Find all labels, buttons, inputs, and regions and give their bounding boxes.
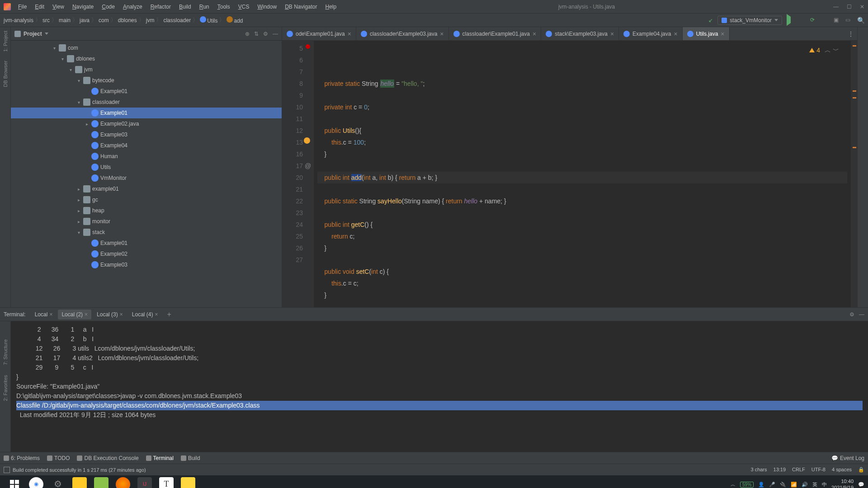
code-line[interactable]: } bbox=[317, 242, 847, 254]
debug-button[interactable] bbox=[798, 17, 806, 24]
breadcrumb-item[interactable]: java bbox=[80, 17, 90, 23]
tree-item-stack[interactable]: ▾stack bbox=[11, 227, 282, 238]
tray-clock[interactable]: 10:40 2021/9/19 bbox=[831, 478, 854, 488]
tree-arrow-icon[interactable]: ▾ bbox=[52, 46, 57, 51]
tree-item-example03[interactable]: Example03 bbox=[11, 259, 282, 270]
taskbar-settings-icon[interactable]: ⚙ bbox=[51, 477, 65, 488]
tree-item-example03[interactable]: Example03 bbox=[11, 129, 282, 140]
project-panel-title[interactable]: Project bbox=[24, 31, 42, 37]
tab-close-icon[interactable]: × bbox=[674, 30, 677, 38]
tabs-overflow-icon[interactable]: ⋮ bbox=[844, 31, 857, 37]
tool-db-execution-console[interactable]: DB Execution Console bbox=[77, 455, 138, 461]
taskbar-intellij-icon[interactable]: IJ bbox=[137, 477, 152, 488]
menu-help[interactable]: Help bbox=[322, 2, 340, 12]
tree-item-jvm[interactable]: ▾jvm bbox=[11, 64, 282, 75]
code-line[interactable]: return c; bbox=[317, 230, 847, 242]
maximize-icon[interactable]: ☐ bbox=[847, 4, 852, 10]
breadcrumb-item[interactable]: main bbox=[59, 17, 71, 23]
run-button[interactable] bbox=[787, 17, 794, 24]
tree-item-com[interactable]: ▾com bbox=[11, 42, 282, 53]
tree-item-example01[interactable]: Example01 bbox=[11, 108, 282, 118]
code-line[interactable]: public int add(int a, int b) { return a … bbox=[317, 172, 847, 183]
tree-arrow-icon[interactable]: ▾ bbox=[60, 56, 65, 61]
line-number[interactable]: 26 bbox=[284, 242, 303, 254]
tree-arrow-icon[interactable]: ▾ bbox=[76, 230, 81, 235]
run-config-selector[interactable]: stack_VmMonitor bbox=[717, 16, 782, 25]
breadcrumb-item[interactable]: src bbox=[42, 17, 50, 23]
editor-tab[interactable]: classloader\Example01.java× bbox=[449, 27, 542, 40]
tree-item-classloader[interactable]: ▾classloader bbox=[11, 97, 282, 108]
settings-icon[interactable] bbox=[263, 31, 268, 37]
tree-item-monitor[interactable]: ▸monitor bbox=[11, 216, 282, 227]
status-indent[interactable]: 4 spaces bbox=[832, 467, 852, 473]
line-gutter[interactable]: 567891011121316@172021222324252627 bbox=[282, 41, 314, 307]
tree-item-example01[interactable]: Example01 bbox=[11, 238, 282, 249]
menu-code[interactable]: Code bbox=[98, 2, 118, 12]
menu-file[interactable]: File bbox=[14, 2, 30, 12]
error-stripe[interactable] bbox=[851, 41, 857, 307]
tray-mic-icon[interactable]: 🎤 bbox=[769, 482, 775, 488]
tool-build[interactable]: Build bbox=[181, 455, 200, 461]
favorites-tool-button[interactable]: 2: Favorites bbox=[3, 375, 8, 401]
menu-tools[interactable]: Tools bbox=[214, 2, 234, 12]
taskbar-chrome-icon[interactable]: ◉ bbox=[29, 477, 43, 488]
tree-item-heap[interactable]: ▸heap bbox=[11, 205, 282, 216]
close-icon[interactable]: ✕ bbox=[860, 4, 864, 10]
status-lock-icon[interactable]: 🔒 bbox=[858, 467, 864, 473]
coverage-button[interactable]: ⟳ bbox=[810, 17, 817, 24]
tree-arrow-icon[interactable]: ▾ bbox=[68, 67, 73, 72]
line-number[interactable]: 13 bbox=[284, 136, 303, 148]
taskbar-explorer-icon[interactable] bbox=[72, 477, 87, 488]
tree-arrow-icon[interactable]: ▸ bbox=[76, 219, 81, 224]
tree-arrow-icon[interactable]: ▾ bbox=[76, 78, 81, 83]
hide-terminal-icon[interactable] bbox=[859, 311, 864, 318]
layout-button[interactable]: ▭ bbox=[845, 17, 853, 24]
code-line[interactable] bbox=[317, 160, 847, 172]
menu-vcs[interactable]: VCS bbox=[235, 2, 253, 12]
menu-refactor[interactable]: Refactor bbox=[147, 2, 175, 12]
code-line[interactable]: public Utils(){ bbox=[317, 125, 847, 136]
code-line[interactable]: this.c = c; bbox=[317, 277, 847, 289]
tree-item-gc[interactable]: ▸gc bbox=[11, 194, 282, 205]
line-number[interactable]: 16 bbox=[284, 148, 303, 160]
taskbar-notepad-icon[interactable] bbox=[94, 477, 108, 488]
menu-build[interactable]: Build bbox=[175, 2, 195, 12]
tree-arrow-icon[interactable]: ▾ bbox=[76, 100, 81, 105]
tray-power-icon[interactable]: 🔌 bbox=[780, 482, 786, 488]
menu-edit[interactable]: Edit bbox=[31, 2, 48, 12]
status-line-sep[interactable]: CRLF bbox=[792, 467, 805, 473]
hide-panel-icon[interactable] bbox=[273, 31, 278, 37]
terminal-tab[interactable]: Local (4)× bbox=[128, 310, 162, 319]
line-number[interactable]: 12 bbox=[284, 125, 303, 136]
breadcrumb-item[interactable]: jvm bbox=[146, 17, 155, 23]
code-line[interactable]: this.c = 100; bbox=[317, 136, 847, 148]
code-area[interactable]: 4 ︿ ﹀ private static String hello = "hel… bbox=[314, 41, 851, 307]
select-target-icon[interactable] bbox=[245, 31, 250, 37]
tree-item-example01[interactable]: ▸example01 bbox=[11, 183, 282, 194]
editor-content[interactable]: 567891011121316@172021222324252627 4 ︿ ﹀… bbox=[282, 41, 857, 307]
status-icon[interactable] bbox=[4, 467, 10, 473]
status-encoding[interactable]: UTF-8 bbox=[811, 467, 826, 473]
next-highlight-icon[interactable]: ﹀ bbox=[833, 44, 839, 56]
tab-close-icon[interactable]: × bbox=[533, 30, 536, 38]
tray-chevron-icon[interactable]: ︿ bbox=[731, 481, 736, 488]
error-icon[interactable] bbox=[306, 44, 310, 49]
terminal-tab-close-icon[interactable]: × bbox=[85, 311, 88, 318]
taskbar-tool-icon[interactable] bbox=[181, 477, 195, 488]
breadcrumb-item[interactable]: classloader bbox=[163, 17, 191, 23]
code-line[interactable] bbox=[317, 89, 847, 101]
tab-close-icon[interactable]: × bbox=[348, 30, 351, 38]
breadcrumb-item[interactable]: add bbox=[226, 16, 243, 24]
line-number[interactable]: 24 bbox=[284, 219, 303, 230]
editor-tab[interactable]: classloader\Example03.java× bbox=[356, 27, 449, 40]
prev-highlight-icon[interactable]: ︿ bbox=[825, 44, 831, 56]
tool-6-problems[interactable]: 6: Problems bbox=[4, 455, 40, 461]
editor-tab[interactable]: Utils.java× bbox=[683, 27, 730, 40]
minimize-icon[interactable]: — bbox=[833, 4, 839, 10]
line-number[interactable]: 8 bbox=[284, 78, 303, 89]
terminal-tab-close-icon[interactable]: × bbox=[155, 311, 158, 318]
code-line[interactable] bbox=[317, 113, 847, 125]
db-browser-tool-button[interactable]: DB Browser bbox=[3, 61, 8, 87]
tree-arrow-icon[interactable]: ▸ bbox=[76, 197, 81, 202]
code-line[interactable]: private int c = 0; bbox=[317, 101, 847, 113]
